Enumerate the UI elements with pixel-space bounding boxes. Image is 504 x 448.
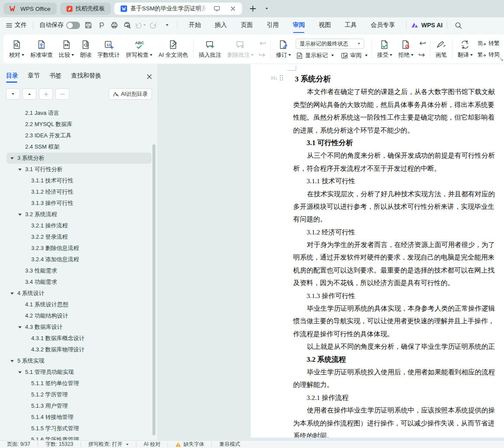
toc-item[interactable]: 5.1 管理员功能实现 [0, 367, 158, 378]
doc-line[interactable]: 系统的时间。 [293, 429, 504, 438]
print-icon[interactable] [109, 20, 120, 30]
sidebar-scrollbar[interactable] [152, 144, 155, 435]
missing-font-indicator[interactable]: 缺失字体 [174, 441, 206, 448]
doc-line[interactable]: 3.1.1 技术可行性 [307, 175, 504, 187]
ai-polish-button[interactable]: AI 全文润色 [155, 38, 191, 60]
toc-item[interactable]: 3.1 可行性分析 [0, 164, 158, 175]
doc-line[interactable]: 多开源模块可以进行参考，所以从技术可行性分析来讲，实现毕业生 [293, 200, 504, 213]
search-icon[interactable] [452, 20, 464, 30]
doc-line[interactable]: 从三个不同的角度来分析，确保开发成功的前提是有可行性分析 [307, 149, 504, 162]
toc-item[interactable]: 3.1.2 经济可行性 [0, 186, 158, 198]
compatibility-mode-indicator[interactable]: 兼容模式 [217, 441, 242, 448]
document-page[interactable]: H1 3 系统分析本文作者在确定了研究的课题之后，从各大数字图书馆下载文献类型的… [251, 64, 504, 438]
doc-line[interactable]: 析，符合程序开发流程才不至于开发过程的中断。 [293, 162, 504, 175]
standard-review-button[interactable]: 标准审查 [27, 38, 56, 60]
toc-item[interactable]: 4.3.2 数据库物理设计 [0, 344, 158, 355]
group-dialog-launcher-icon[interactable] [500, 58, 503, 61]
toc-item[interactable]: 4.1 系统设计思想 [0, 299, 158, 310]
menu-tab[interactable]: 会员专享 [370, 19, 396, 31]
toc-item[interactable]: 5.1.1 签约单位管理 [0, 378, 158, 389]
menu-tab[interactable]: 视图 [318, 19, 332, 31]
doc-line[interactable]: 3.1 可行性分析 [307, 136, 504, 149]
toc-item[interactable]: 5.1.6 学历性质管理 [0, 434, 158, 440]
doc-line[interactable]: 有问题的。 [293, 213, 504, 225]
toc-item[interactable]: 5.1.3 用户管理 [0, 400, 158, 412]
document-text[interactable]: 3 系统分析本文作者在确定了研究的课题之后，从各大数字图书馆下载文献类型的网站具… [251, 64, 504, 438]
read-aloud-button[interactable]: 朗读 [77, 38, 94, 60]
toc-item[interactable]: 2.3 IDEA 开发工具 [0, 130, 158, 141]
doc-line[interactable]: 在技术实现层次，分析了好几种技术实现方法，并且都有对应的 [307, 188, 504, 200]
ink-pen-button[interactable]: 画笔 [433, 38, 450, 60]
sidebar-tab-chapters[interactable]: 章节 [28, 72, 40, 81]
toc-item[interactable]: 5.1.2 学历管理 [0, 389, 158, 400]
doc-line[interactable]: 为本系统的操作流程图）进行操作，可以减少操作失误，从而节省进 [293, 417, 504, 429]
ai-detect-toc-button[interactable]: AI识别目录 [109, 88, 152, 100]
spell-check-button[interactable]: ABC 拼写检查 [123, 38, 155, 60]
doc-line[interactable]: 及资料，因为不花钱，所以经济方面是具有可行性的。 [293, 276, 504, 289]
sidebar-tab-toc[interactable]: 目录 [6, 72, 18, 81]
word-count-button[interactable]: 12 字数统计 [94, 38, 123, 60]
print-preview-icon[interactable] [122, 20, 133, 30]
doc-line[interactable]: 明系统，通过开发软件对硬件的要求，发现自己的电脑是完全能用来 [293, 251, 504, 263]
toc-item[interactable]: 3.2.2 登录流程 [0, 231, 158, 243]
doc-line[interactable]: 3 系统分析 [295, 73, 504, 85]
doc-line[interactable]: 机房的配置也可以达到要求。最重要的是选择的技术都可以在网上找 [293, 264, 504, 276]
doc-line[interactable]: 以上就是从不同的角度来分析，确保了毕业生学历证明系统的正 [307, 340, 504, 353]
show-markup-button[interactable]: 显示标记 [296, 52, 334, 59]
doc-line[interactable]: 毕业生学历证明系统的具体实现，本身参考人类的正常操作逻辑 [307, 302, 504, 315]
toc-caret-icon[interactable] [18, 214, 25, 216]
toc-item[interactable]: 4.3.1 数据库概念设计 [0, 333, 158, 344]
menu-tab[interactable]: 工具 [344, 19, 358, 31]
page-indicator[interactable]: 页面: 9/37 [5, 441, 32, 448]
tab-close-icon[interactable] [227, 3, 239, 14]
tab-docer-templates[interactable]: 找稻壳模板 [60, 3, 111, 15]
doc-line[interactable]: 3.1.2 经济可行性 [307, 226, 504, 238]
toc-item[interactable]: 4.2 功能结构设计 [0, 310, 158, 321]
doc-line[interactable]: 的进展，系统分析这个环节是不能少的。 [293, 124, 504, 136]
toc-item[interactable]: 3.2.1 操作流程 [0, 220, 158, 231]
toc-caret-icon[interactable] [18, 326, 25, 328]
toc-item[interactable]: 5.1.4 转接地管理 [0, 412, 158, 423]
simplified-to-traditional-button[interactable]: 简 转繁 [478, 39, 500, 47]
toc-item[interactable]: 4 系统设计 [0, 288, 158, 299]
menu-tab[interactable]: 审阅 [292, 19, 306, 31]
quickbar-more-caret[interactable] [161, 20, 172, 30]
doc-line[interactable]: 对于身为学生的开发者而言，在经济资源上面可用者很少，为了 [307, 238, 504, 251]
doc-line[interactable]: 的理解能力。 [293, 378, 504, 391]
toc-item[interactable]: 3.1.1 技术可行性 [0, 175, 158, 186]
sidebar-tab-bookmarks[interactable]: 书签 [49, 72, 61, 81]
toc-caret-icon[interactable] [18, 169, 25, 171]
toc-item[interactable]: 3.2 系统流程 [0, 209, 158, 220]
menu-tab[interactable]: 引用 [266, 19, 280, 31]
toc-item[interactable]: 3.2.4 添加信息流程 [0, 254, 158, 265]
ai-proofread-indicator[interactable]: AI 校对 [142, 441, 162, 448]
track-changes-button[interactable]: 修订 [273, 38, 294, 60]
tab-wps-office[interactable]: WPS Office [3, 3, 57, 15]
new-tab-button[interactable] [247, 3, 258, 14]
proofread-button[interactable]: 校对 [6, 38, 27, 60]
translate-button[interactable]: 文A 翻译 [455, 38, 476, 60]
doc-line[interactable]: 3.1.3 操作可行性 [307, 289, 504, 302]
wps-ai-button[interactable]: WPS AI [411, 22, 443, 29]
toc-item[interactable]: 3.2.3 删除信息流程 [0, 243, 158, 254]
doc-line[interactable]: 3.2 系统流程 [307, 353, 504, 366]
toc-item[interactable]: 4.3 数据库设计 [0, 321, 158, 333]
doc-line[interactable]: 毕业生学历证明系统投入使用后，使用者如果能看到相应的流程 [307, 366, 504, 378]
compare-button[interactable]: 比较 [56, 38, 77, 60]
toc-item[interactable]: 5 系统实现 [0, 355, 158, 367]
export-pdf-icon[interactable] [96, 20, 107, 30]
next-revision-icon[interactable] [418, 51, 426, 57]
autosave-switch-icon[interactable] [66, 22, 80, 29]
previous-revision-icon[interactable] [418, 41, 426, 47]
toc-item[interactable]: 2.4 SSM 框架 [0, 141, 158, 153]
toc-item[interactable]: 3.3 性能需求 [0, 265, 158, 276]
toc-item[interactable]: 5.1.5 学习形式管理 [0, 423, 158, 434]
toc-caret-icon[interactable] [18, 371, 25, 373]
reject-revision-button[interactable]: 拒绝 [395, 38, 417, 60]
sidebar-close-icon[interactable] [147, 74, 152, 79]
toc-next-heading-button[interactable] [6, 88, 20, 100]
doc-line[interactable]: 3.2.1 操作流程 [307, 391, 504, 404]
word-count-indicator[interactable]: 字数: 15323 [44, 441, 75, 448]
menu-tab[interactable]: 页面 [240, 19, 254, 31]
insert-comment-button[interactable]: 插入批注 [196, 38, 224, 60]
